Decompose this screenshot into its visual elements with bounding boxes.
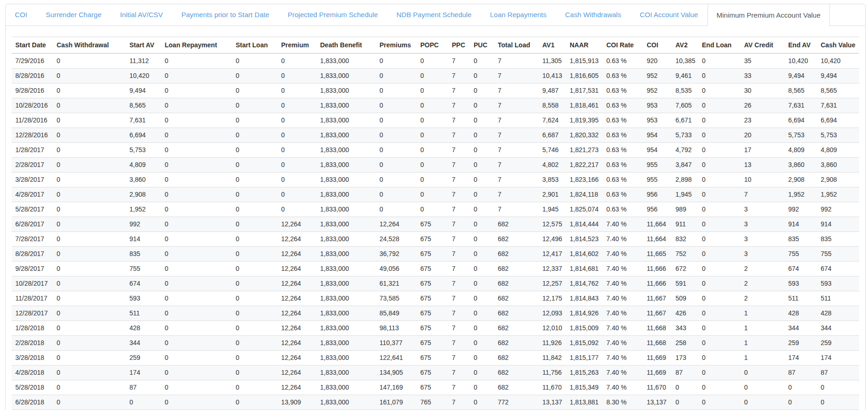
- cell: 914: [784, 217, 817, 232]
- cell: 13: [740, 158, 784, 173]
- cell: 11,669: [643, 351, 672, 365]
- tab-label[interactable]: Projected Premium Schedule: [278, 4, 387, 26]
- tab-coi-account-value[interactable]: COI Account Value: [630, 4, 707, 26]
- column-header-popc: POPC: [417, 37, 448, 54]
- cell: 8,565: [817, 83, 859, 98]
- cell: 952: [643, 83, 672, 98]
- cell: 30: [740, 83, 784, 98]
- cell: 7: [448, 365, 470, 380]
- cell: 0: [277, 53, 316, 69]
- cell: 835: [126, 247, 161, 262]
- cell: 1,833,000: [316, 113, 376, 128]
- cell: 8,565: [126, 98, 161, 113]
- cell: 9,487: [539, 83, 566, 98]
- cell: 0.63 %: [603, 83, 643, 98]
- table-row: 11/28/201607,6310001,833,000007077,6241,…: [12, 113, 859, 128]
- cell: 7.40 %: [603, 291, 643, 306]
- cell: 85,849: [376, 306, 417, 321]
- cell: 0: [740, 365, 784, 380]
- cell: 174: [817, 351, 859, 365]
- tab-label[interactable]: Payments prior to Start Date: [172, 4, 278, 26]
- cell: 682: [494, 232, 539, 247]
- cell: 1,814,762: [566, 276, 603, 291]
- schedule-table: Start DateCash WithdrawalStart AVLoan Re…: [12, 37, 859, 410]
- table-row: 12/28/201705110012,2641,833,00085,849675…: [12, 306, 859, 321]
- cell: 344: [126, 336, 161, 351]
- cell: 0: [698, 291, 740, 306]
- cell: 0: [53, 187, 126, 202]
- cell: 0: [698, 98, 740, 113]
- cell: 7.40 %: [603, 217, 643, 232]
- tab-surrender-charge[interactable]: Surrender Charge: [37, 4, 111, 26]
- cell: 0: [470, 187, 494, 202]
- cell: 0: [232, 262, 277, 276]
- tab-ndb-payment-schedule[interactable]: NDB Payment Schedule: [387, 4, 481, 26]
- cell: 1,814,926: [566, 306, 603, 321]
- cell: 9,494: [126, 83, 161, 98]
- tab-loan-repayments[interactable]: Loan Repayments: [481, 4, 556, 26]
- cell: 765: [417, 395, 448, 410]
- cell: 12,264: [277, 365, 316, 380]
- cell: 0: [417, 202, 448, 217]
- cell: 675: [417, 380, 448, 395]
- cell: 98,113: [376, 321, 417, 336]
- cell: 0: [53, 98, 126, 113]
- table-row: 8/28/201708350012,2641,833,00036,7926757…: [12, 247, 859, 262]
- cell: 0: [161, 395, 232, 410]
- cell: 0: [698, 262, 740, 276]
- cell: 0.63 %: [603, 173, 643, 187]
- cell: 0: [470, 351, 494, 365]
- tab-label[interactable]: Cash Withdrawals: [556, 4, 630, 26]
- cell: 0: [698, 173, 740, 187]
- cell: 12,264: [277, 291, 316, 306]
- tab-label[interactable]: Initial AV/CSV: [111, 4, 172, 26]
- table-row: 1/28/201705,7530001,833,000007075,7461,8…: [12, 143, 859, 158]
- tab-coi[interactable]: COI: [6, 4, 37, 26]
- cell: 7: [448, 158, 470, 173]
- cell: 1,814,444: [566, 217, 603, 232]
- tab-projected-premium-schedule[interactable]: Projected Premium Schedule: [278, 4, 387, 26]
- cell: 12,264: [277, 217, 316, 232]
- cell: 49,056: [376, 262, 417, 276]
- tab-minimum-premium-account-value[interactable]: Minimum Premium Account Value: [707, 4, 830, 26]
- cell: 3,847: [672, 158, 698, 173]
- cell: 1,833,000: [316, 187, 376, 202]
- cell: 8/28/2017: [12, 247, 53, 262]
- tab-label[interactable]: Surrender Charge: [37, 4, 111, 26]
- tab-label[interactable]: Loan Repayments: [481, 4, 556, 26]
- cell: 7: [448, 291, 470, 306]
- cell: 1,822,217: [566, 158, 603, 173]
- cell: 0: [232, 53, 277, 69]
- cell: 1,819,395: [566, 113, 603, 128]
- cell: 7: [448, 306, 470, 321]
- cell: 7: [448, 83, 470, 98]
- cell: 9,494: [784, 69, 817, 83]
- cell: 12,264: [277, 336, 316, 351]
- cell: 1,815,263: [566, 365, 603, 380]
- cell: 0: [277, 187, 316, 202]
- cell: 12,257: [539, 276, 566, 291]
- cell: 0: [53, 143, 126, 158]
- cell: 0: [232, 158, 277, 173]
- cell: 0: [376, 69, 417, 83]
- cell: 11/28/2017: [12, 291, 53, 306]
- tab-label[interactable]: Minimum Premium Account Value: [708, 4, 829, 27]
- tab-label[interactable]: NDB Payment Schedule: [387, 4, 481, 26]
- cell: 0: [161, 380, 232, 395]
- tab-label[interactable]: COI: [6, 4, 37, 26]
- cell: 1,815,092: [566, 336, 603, 351]
- cell: 1,952: [784, 187, 817, 202]
- cell: 0: [161, 276, 232, 291]
- tab-payments-prior-to-start-date[interactable]: Payments prior to Start Date: [172, 4, 278, 26]
- cell: 174: [784, 351, 817, 365]
- cell: 23: [740, 113, 784, 128]
- tab-cash-withdrawals[interactable]: Cash Withdrawals: [556, 4, 630, 26]
- cell: 0: [161, 187, 232, 202]
- tab-initial-av-csv[interactable]: Initial AV/CSV: [111, 4, 172, 26]
- cell: 0: [232, 291, 277, 306]
- tab-label[interactable]: COI Account Value: [630, 4, 707, 26]
- cell: 675: [417, 262, 448, 276]
- cell: 11,305: [539, 53, 566, 69]
- cell: 11,756: [539, 365, 566, 380]
- cell: 7.40 %: [603, 276, 643, 291]
